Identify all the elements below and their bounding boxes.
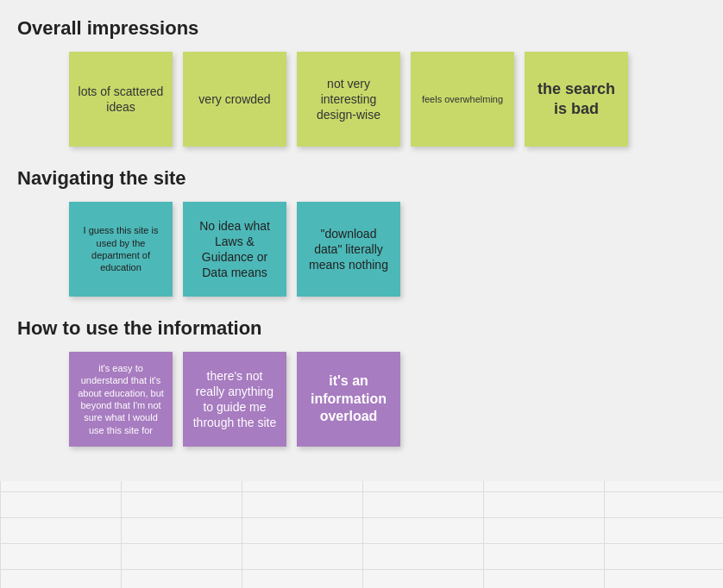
sticky-note: feels overwhelming (411, 52, 514, 147)
section-title-overall: Overall impressions (17, 17, 706, 40)
sticky-text: there's not really anything to guide me … (192, 368, 278, 431)
sticky-note: lots of scattered ideas (69, 52, 173, 147)
sticky-row-navigating: I guess this site is used by the departm… (69, 202, 706, 297)
section-navigating: Navigating the site I guess this site is… (17, 167, 706, 297)
sticky-text: feels overwhelming (422, 93, 503, 105)
sticky-text: lots of scattered ideas (78, 84, 164, 115)
page-inner: Overall impressions lots of scattered id… (0, 0, 723, 481)
page-wrapper: Overall impressions lots of scattered id… (0, 0, 723, 588)
sticky-row-overall: lots of scattered ideas very crowded not… (69, 52, 706, 147)
sticky-text: very crowded (198, 91, 270, 107)
section-how-to-use: How to use the information it's easy to … (17, 317, 706, 447)
section-overall-impressions: Overall impressions lots of scattered id… (17, 17, 706, 147)
sticky-text: not very interesting design-wise (305, 76, 392, 123)
page-content: Overall impressions lots of scattered id… (0, 0, 723, 481)
sticky-note: No idea what Laws & Guidance or Data mea… (183, 202, 286, 297)
section-title-how-to-use: How to use the information (17, 317, 706, 340)
sticky-note: I guess this site is used by the departm… (69, 202, 173, 297)
sticky-row-how-to-use: it's easy to understand that it's about … (69, 352, 706, 447)
sticky-note: it's an information overload (297, 352, 400, 447)
sticky-note: very crowded (183, 52, 286, 147)
sticky-note: not very interesting design-wise (297, 52, 400, 147)
sticky-text: "download data" literally means nothing (305, 226, 392, 273)
section-title-navigating: Navigating the site (17, 167, 706, 190)
sticky-note: "download data" literally means nothing (297, 202, 400, 297)
sticky-note: there's not really anything to guide me … (183, 352, 286, 447)
sticky-note: it's easy to understand that it's about … (69, 352, 173, 447)
sticky-text: it's easy to understand that it's about … (78, 362, 164, 436)
sticky-note: the search is bad (525, 52, 628, 147)
sticky-text: it's an information overload (305, 372, 392, 426)
sticky-text: the search is bad (533, 79, 619, 120)
sticky-text: No idea what Laws & Guidance or Data mea… (192, 218, 278, 281)
sticky-text: I guess this site is used by the departm… (78, 224, 164, 273)
